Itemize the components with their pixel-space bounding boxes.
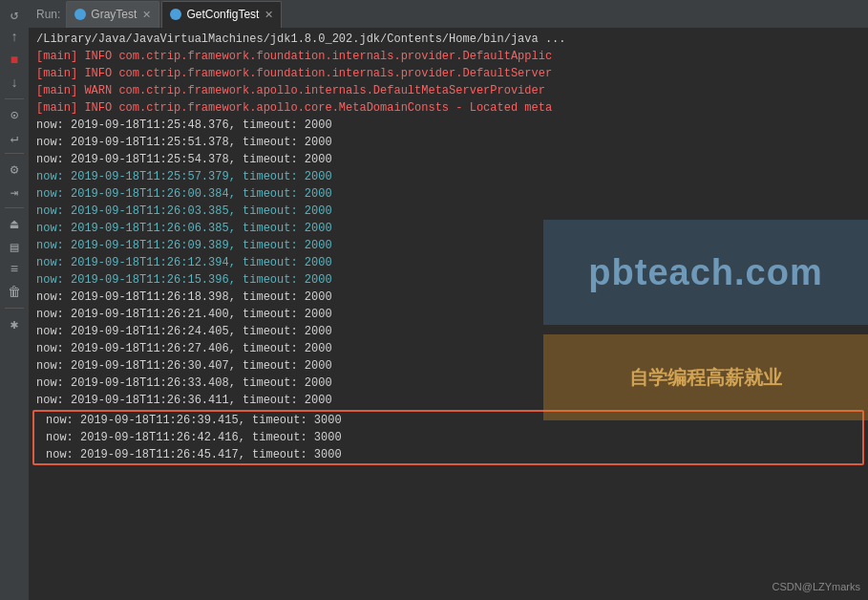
tab-close-config[interactable]: ✕ bbox=[265, 9, 273, 21]
console-line: now: 2019-09-18T11:25:54.378, timeout: 2… bbox=[29, 151, 868, 168]
debug-icon[interactable]: ⚙ bbox=[4, 159, 25, 180]
toolbar-sep-3 bbox=[5, 207, 24, 208]
tab-get-config-test[interactable]: GetConfigTest ✕ bbox=[161, 1, 282, 28]
console-line: now: 2019-09-18T11:26:36.411, timeout: 2… bbox=[29, 392, 868, 409]
left-toolbar: ↺ ↑ ■ ↓ ⊙ ↵ ⚙ ⇥ ⏏ ▤ ≡ 🗑 ✱ bbox=[0, 0, 29, 600]
menu-icon[interactable]: ≡ bbox=[4, 259, 25, 280]
console-line: now: 2019-09-18T11:26:00.384, timeout: 2… bbox=[29, 185, 868, 203]
tab-bar: Run: GrayTest ✕ GetConfigTest ✕ bbox=[29, 0, 868, 29]
toolbar-sep-4 bbox=[5, 308, 24, 309]
console-line: [main] INFO com.ctrip.framework.foundati… bbox=[29, 48, 868, 65]
console-line: [main] INFO com.ctrip.framework.foundati… bbox=[29, 65, 868, 82]
pin-icon[interactable]: ✱ bbox=[4, 313, 25, 334]
console-line: now: 2019-09-18T11:26:12.394, timeout: 2… bbox=[29, 254, 868, 271]
console-line: now: 2019-09-18T11:26:27.406, timeout: 2… bbox=[29, 340, 868, 357]
tab-gray-test[interactable]: GrayTest ✕ bbox=[66, 1, 159, 28]
console-line: /Library/Java/JavaVirtualMachines/jdk1.8… bbox=[29, 31, 868, 48]
step-icon[interactable]: ⇥ bbox=[4, 182, 25, 203]
wrap-icon[interactable]: ↵ bbox=[4, 127, 25, 148]
up-icon[interactable]: ↑ bbox=[4, 27, 25, 48]
tab-label-gray: GrayTest bbox=[91, 8, 137, 21]
exit-icon[interactable]: ⏏ bbox=[4, 213, 25, 234]
camera-icon[interactable]: ⊙ bbox=[4, 104, 25, 125]
rerun-icon[interactable]: ↺ bbox=[4, 4, 25, 25]
console-line: now: 2019-09-18T11:26:18.398, timeout: 2… bbox=[29, 289, 868, 306]
delete-icon[interactable]: 🗑 bbox=[4, 282, 25, 303]
console-line: now: 2019-09-18T11:26:06.385, timeout: 2… bbox=[29, 220, 868, 237]
tab-label-config: GetConfigTest bbox=[186, 8, 259, 21]
console-line: now: 2019-09-18T11:25:51.378, timeout: 2… bbox=[29, 134, 868, 151]
console-line: now: 2019-09-18T11:26:39.415, timeout: 3… bbox=[38, 412, 858, 429]
console-line: now: 2019-09-18T11:26:42.416, timeout: 3… bbox=[38, 429, 858, 446]
tab-close-gray[interactable]: ✕ bbox=[142, 9, 151, 21]
toolbar-sep-1 bbox=[5, 98, 24, 99]
console-line: now: 2019-09-18T11:26:30.407, timeout: 2… bbox=[29, 357, 868, 375]
console-line: now: 2019-09-18T11:26:33.408, timeout: 2… bbox=[29, 375, 868, 392]
console-line: now: 2019-09-18T11:26:45.417, timeout: 3… bbox=[38, 446, 858, 463]
console-line: now: 2019-09-18T11:26:15.396, timeout: 2… bbox=[29, 271, 868, 289]
console-line: [main] WARN com.ctrip.framework.apollo.i… bbox=[29, 82, 868, 99]
console-line: now: 2019-09-18T11:26:09.389, timeout: 2… bbox=[29, 237, 868, 254]
down-icon[interactable]: ↓ bbox=[4, 73, 25, 94]
run-label: Run: bbox=[36, 8, 60, 21]
console-line: now: 2019-09-18T11:25:57.379, timeout: 2… bbox=[29, 168, 868, 185]
highlighted-group: now: 2019-09-18T11:26:39.415, timeout: 3… bbox=[32, 410, 864, 465]
console-area[interactable]: /Library/Java/JavaVirtualMachines/jdk1.8… bbox=[29, 29, 868, 600]
console-line: now: 2019-09-18T11:26:24.405, timeout: 2… bbox=[29, 323, 868, 340]
console-line: now: 2019-09-18T11:25:48.376, timeout: 2… bbox=[29, 117, 868, 134]
tab-icon-config bbox=[170, 9, 181, 20]
console-line: [main] INFO com.ctrip.framework.apollo.c… bbox=[29, 99, 868, 117]
console-line: now: 2019-09-18T11:26:03.385, timeout: 2… bbox=[29, 203, 868, 220]
stop-icon[interactable]: ■ bbox=[4, 50, 25, 71]
console-line: now: 2019-09-18T11:26:21.400, timeout: 2… bbox=[29, 306, 868, 323]
main-content: Run: GrayTest ✕ GetConfigTest ✕ /Library… bbox=[29, 0, 868, 600]
csdn-label: CSDN@LZYmarks bbox=[773, 581, 860, 592]
tab-icon-gray bbox=[74, 9, 86, 20]
print-icon[interactable]: ▤ bbox=[4, 236, 25, 257]
toolbar-sep-2 bbox=[5, 153, 24, 154]
